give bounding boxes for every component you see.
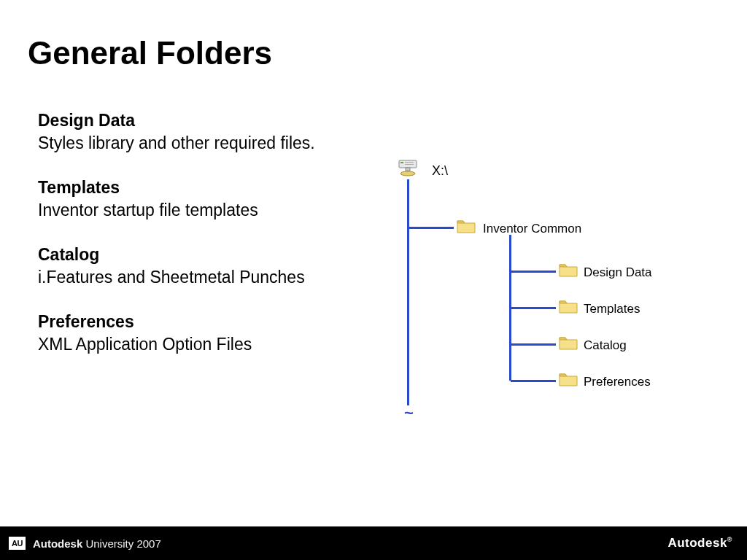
folder-label-design-data: Design Data: [584, 265, 652, 280]
section-desc: XML Application Option Files: [38, 333, 388, 356]
folder-icon: [457, 219, 476, 233]
svg-rect-2: [405, 162, 414, 163]
footer-left-bold: Autodesk: [33, 537, 82, 550]
section-desc: Inventor startup file templates: [38, 199, 388, 222]
tree-line: [407, 179, 409, 405]
footer-left-rest: University 2007: [82, 537, 161, 550]
folder-icon: [559, 262, 578, 277]
body-text: Design Data Styles library and other req…: [38, 109, 388, 378]
folder-tree-diagram: X:\ ~ Inventor Common Design Data Templa…: [391, 159, 712, 421]
folder-icon: [559, 335, 578, 350]
autodesk-label: Autodesk: [667, 536, 727, 550]
tree-line-tail: ~: [404, 404, 414, 423]
footer-bar: AU Autodesk University 2007 Autodesk®: [0, 526, 747, 560]
section-desc: Styles library and other required files.: [38, 132, 388, 155]
tree-line: [511, 307, 556, 309]
folder-icon: [559, 299, 578, 314]
folder-label-preferences: Preferences: [584, 375, 651, 389]
autodesk-logo-text: Autodesk®: [667, 536, 732, 551]
section-desc: i.Features and Sheetmetal Punches: [38, 266, 388, 289]
svg-rect-4: [406, 168, 410, 171]
tree-line: [409, 227, 454, 229]
footer-left-text: Autodesk University 2007: [33, 537, 161, 550]
server-drive-icon: [398, 159, 418, 178]
folder-label-catalog: Catalog: [584, 338, 627, 353]
section-heading: Design Data: [38, 109, 388, 132]
svg-point-5: [400, 171, 415, 176]
tree-line: [511, 343, 556, 346]
footer-left: AU Autodesk University 2007: [9, 537, 161, 550]
tree-line: [511, 380, 556, 382]
page-title: General Folders: [28, 35, 272, 71]
section-design-data: Design Data Styles library and other req…: [38, 109, 388, 155]
slide: General Folders Design Data Styles libra…: [0, 0, 747, 560]
svg-rect-3: [405, 164, 414, 165]
folder-label-templates: Templates: [584, 302, 640, 316]
section-heading: Preferences: [38, 311, 388, 333]
section-preferences: Preferences XML Application Option Files: [38, 311, 388, 356]
section-heading: Catalog: [38, 244, 388, 266]
section-templates: Templates Inventor startup file template…: [38, 176, 388, 222]
svg-rect-1: [400, 162, 403, 163]
section-heading: Templates: [38, 176, 388, 199]
drive-label: X:\: [432, 163, 448, 179]
au-badge: AU: [9, 537, 26, 550]
section-catalog: Catalog i.Features and Sheetmetal Punche…: [38, 244, 388, 289]
folder-icon: [559, 372, 578, 386]
tree-line: [511, 271, 556, 273]
folder-label-inventor-common: Inventor Common: [483, 222, 581, 236]
